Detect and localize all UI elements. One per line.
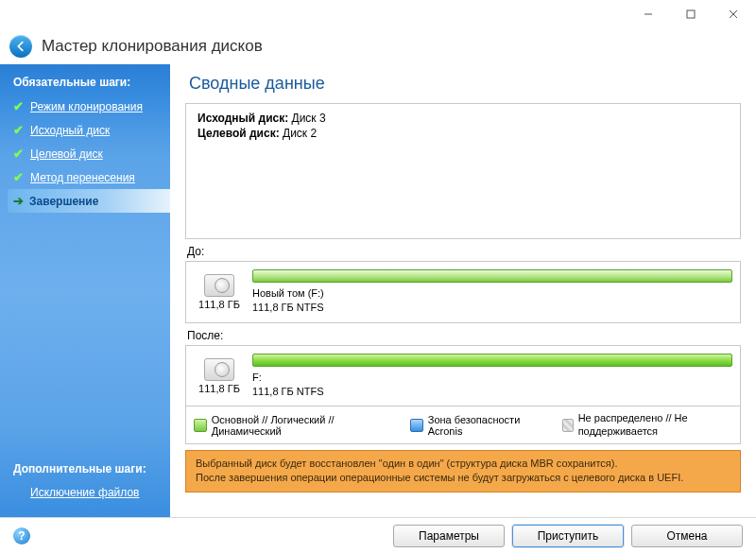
step-label: Исходный диск [30,124,110,137]
step-source-disk[interactable]: ✔ Исходный диск [0,118,170,142]
wizard-sidebar: Обязательные шаги: ✔ Режим клонирования … [0,64,170,517]
step-label: Режим клонирования [30,100,143,113]
partition-bar[interactable] [252,354,732,367]
optional-steps-heading: Дополнительные шаги: [0,458,170,481]
options-button[interactable]: Параметры [393,525,505,547]
help-icon[interactable]: ? [13,527,30,544]
target-disk-label: Целевой диск: [198,127,280,140]
step-label: Исключение файлов [30,486,139,499]
minimize-button[interactable] [627,1,669,27]
disk-size: 111,8 ГБ [198,299,240,310]
maximize-button[interactable] [669,1,712,27]
page-title: Сводные данные [185,74,741,94]
source-disk-label: Исходный диск: [198,112,288,125]
after-label: После: [187,329,741,342]
step-exclude-files[interactable]: Исключение файлов [0,481,170,504]
warning-line-2: После завершения операции операционные с… [196,471,730,485]
disk-after: 111,8 ГБ F: 111,8 ГБ NTFS [185,345,741,407]
svg-rect-1 [687,10,695,18]
target-disk-value: Диск 2 [283,127,317,140]
check-icon: ✔ [13,99,25,113]
check-icon: ✔ [13,147,25,161]
check-icon: ✔ [13,123,25,137]
disk-icon [204,358,234,381]
partition-bar[interactable] [252,269,732,283]
cancel-button[interactable]: Отмена [631,525,743,547]
legend-unallocated: Не распределено // Не поддерживается [578,412,732,437]
partition-name: F: [252,371,732,385]
legend-swatch-primary [194,419,207,432]
step-label: Целевой диск [30,147,103,161]
close-button[interactable] [712,1,754,27]
arrow-right-icon: ➔ [13,194,24,208]
warning-line-1: Выбранный диск будет восстановлен "один … [196,457,730,471]
step-label: Завершение [29,195,98,208]
summary-box: Исходный диск: Диск 3 Целевой диск: Диск… [185,103,741,239]
window-title: Мастер клонирования дисков [42,37,263,56]
legend-acronis: Зона безопасности Acronis [428,414,555,437]
step-target-disk[interactable]: ✔ Целевой диск [0,142,170,165]
disk-icon [204,274,234,297]
step-finish: ➔ Завершение [8,189,170,213]
source-disk-value: Диск 3 [292,112,326,125]
legend-swatch-acronis [410,419,423,432]
step-transfer-method[interactable]: ✔ Метод перенесения [0,165,170,189]
legend-primary: Основной // Логический // Динамический [212,414,403,437]
partition-legend: Основной // Логический // Динамический З… [185,406,741,443]
check-icon: ✔ [13,170,25,184]
required-steps-heading: Обязательные шаги: [0,72,170,95]
warning-panel: Выбранный диск будет восстановлен "один … [185,450,741,493]
before-label: До: [187,245,741,258]
partition-name: Новый том (F:) [252,286,732,301]
partition-detail: 111,8 ГБ NTFS [252,301,732,315]
proceed-button[interactable]: Приступить [512,525,624,547]
disk-size: 111,8 ГБ [198,383,240,394]
back-button[interactable] [9,35,32,58]
partition-detail: 111,8 ГБ NTFS [252,385,732,399]
legend-swatch-unallocated [562,419,574,432]
disk-before: 111,8 ГБ Новый том (F:) 111,8 ГБ NTFS [185,261,741,323]
step-label: Метод перенесения [30,171,135,184]
step-clone-mode[interactable]: ✔ Режим клонирования [0,95,170,118]
